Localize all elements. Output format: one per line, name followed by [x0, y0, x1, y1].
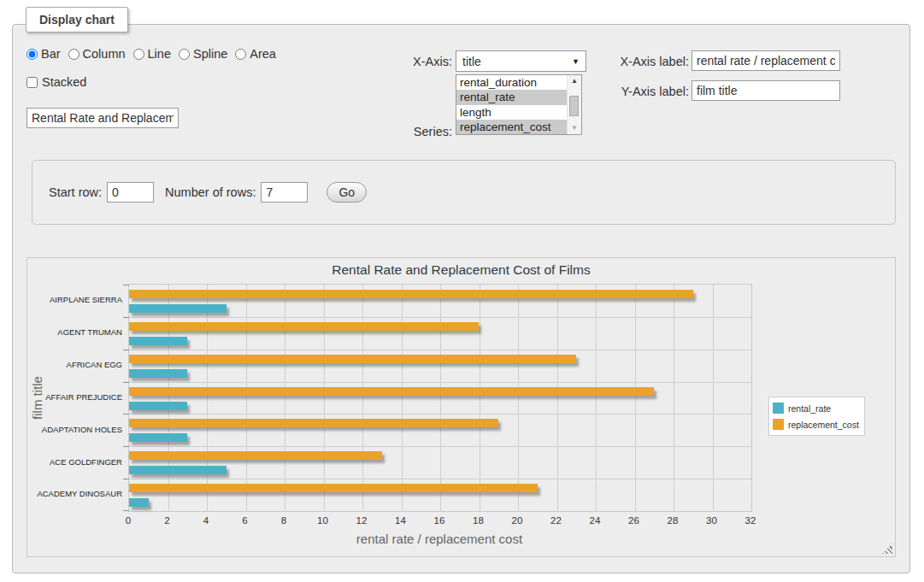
y-category-label: AGENT TRUMAN [27, 316, 122, 349]
chart-type-radio-input-bar[interactable] [26, 49, 38, 60]
scroll-down-icon[interactable]: ▼ [568, 122, 581, 134]
y-axis-tick [123, 317, 129, 318]
chart-x-ticks: 02468101214161820222426283032 [128, 515, 750, 527]
rental_rate-bar [129, 369, 187, 378]
x-axis-label-input[interactable] [692, 50, 840, 71]
x-tick-label: 6 [242, 515, 247, 526]
x-tick-label: 30 [706, 515, 717, 526]
y-axis-tick [123, 285, 129, 285]
x-axis-label-label: X-Axis label: [577, 55, 689, 68]
x-tick-label: 2 [164, 515, 169, 526]
fieldset-legend: Display chart [26, 7, 128, 32]
gridline [518, 285, 519, 511]
gridline [480, 285, 480, 511]
chart-resize-handle[interactable] [882, 544, 892, 554]
stacked-checkbox[interactable] [26, 77, 38, 88]
y-axis-tick [123, 446, 129, 447]
x-tick-label: 12 [356, 515, 368, 526]
chart-type-radio-input-spline[interactable] [179, 49, 190, 60]
gridline [362, 285, 363, 511]
series-options: rental_durationrental_ratelengthreplacem… [456, 75, 567, 134]
chart-type-radio-label: Column [83, 47, 126, 61]
y-category-label: AFFAIR PREJUDICE [27, 381, 122, 414]
chart-type-radio-column[interactable]: Column [68, 47, 126, 61]
chart-x-axis-title: rental rate / replacement cost [128, 532, 750, 546]
x-axis-select[interactable]: title ▼ [456, 50, 586, 72]
chart-type-radio-line[interactable]: Line [133, 47, 171, 61]
gridline [129, 350, 751, 350]
chart-type-radio-spline[interactable]: Spline [179, 47, 227, 61]
series-option-length[interactable]: length [456, 105, 567, 120]
gridline [129, 479, 751, 479]
series-option-replacement_cost[interactable]: replacement_cost [456, 120, 567, 134]
rental_rate-bar [129, 337, 187, 345]
chart-type-radio-area[interactable]: Area [235, 47, 276, 61]
x-axis-selected-value: title [462, 55, 481, 68]
replacement_cost-bar [129, 484, 538, 492]
stacked-label: Stacked [42, 75, 86, 89]
legend-swatch-icon [773, 403, 784, 414]
stacked-checkbox-row[interactable]: Stacked [26, 75, 86, 89]
chart-title: Rental Rate and Replacement Cost of Film… [27, 262, 895, 278]
y-category-label: AFRICAN EGG [27, 349, 122, 381]
x-tick-label: 4 [203, 515, 209, 526]
gridline [440, 285, 441, 511]
x-tick-label: 26 [628, 515, 639, 526]
rental_rate-bar [129, 304, 227, 313]
start-row-input[interactable] [107, 182, 154, 203]
x-tick-label: 24 [590, 515, 601, 526]
display-chart-fieldset: Display chart BarColumnLineSplineArea St… [12, 24, 910, 573]
legend-swatch-icon [773, 419, 784, 430]
gridline [168, 285, 169, 511]
series-option-rental_rate[interactable]: rental_rate [456, 90, 567, 104]
number-of-rows-input[interactable] [261, 182, 308, 203]
chart: Rental Rate and Replacement Cost of Film… [26, 257, 896, 557]
y-axis-tick [123, 414, 129, 414]
gridline [207, 285, 208, 511]
y-axis-tick [123, 510, 129, 511]
gridline [129, 317, 751, 318]
chart-type-radio-input-line[interactable] [133, 49, 144, 60]
x-tick-label: 32 [745, 515, 756, 526]
rows-control-panel: Start row: Number of rows: Go [32, 160, 896, 225]
replacement_cost-bar [129, 419, 498, 427]
replacement_cost-bar [129, 387, 654, 396]
series-option-rental_duration[interactable]: rental_duration [456, 75, 567, 90]
gridline [129, 382, 751, 383]
x-tick-label: 10 [317, 515, 328, 526]
rental_rate-bar [129, 433, 187, 442]
chart-type-radio-input-column[interactable] [68, 49, 79, 60]
chart-type-radio-bar[interactable]: Bar [26, 47, 61, 61]
x-tick-label: 16 [434, 515, 445, 526]
rental_rate-bar [129, 466, 227, 474]
gridline [285, 285, 285, 511]
y-category-label: ACE GOLDFINGER [27, 445, 122, 478]
y-axis-label-input[interactable] [692, 80, 840, 101]
y-axis-label-label: Y-Axis label: [577, 85, 689, 98]
gridline [402, 285, 403, 511]
gridline [246, 285, 247, 511]
y-axis-tick [123, 382, 129, 383]
scrollbar-thumb[interactable] [569, 96, 579, 116]
rental_rate-bar [129, 498, 149, 507]
chart-type-radio-input-area[interactable] [235, 49, 246, 60]
page: Display chart BarColumnLineSplineArea St… [0, 0, 924, 582]
legend-label: rental_rate [788, 403, 831, 414]
chart-title-input[interactable] [26, 108, 179, 128]
chart-y-labels: AIRPLANE SIERRAAGENT TRUMANAFRICAN EGGAF… [27, 284, 122, 510]
legend-item: replacement_cost [773, 416, 859, 432]
replacement_cost-bar [129, 451, 382, 460]
x-tick-label: 28 [668, 515, 679, 526]
start-row-label: Start row: [49, 185, 102, 199]
go-button[interactable]: Go [327, 182, 367, 203]
rental_rate-bar [129, 402, 187, 410]
series-list-label: Series: [350, 125, 452, 138]
gridline [129, 414, 751, 414]
y-category-label: AIRPLANE SIERRA [27, 284, 122, 316]
series-multiselect[interactable]: rental_durationrental_ratelengthreplacem… [456, 74, 582, 135]
y-category-label: ADAPTATION HOLES [27, 413, 122, 445]
gridline [129, 446, 751, 447]
x-tick-label: 0 [126, 515, 131, 526]
y-category-label: ACADEMY DINOSAUR [27, 478, 122, 510]
gridline [713, 285, 714, 511]
